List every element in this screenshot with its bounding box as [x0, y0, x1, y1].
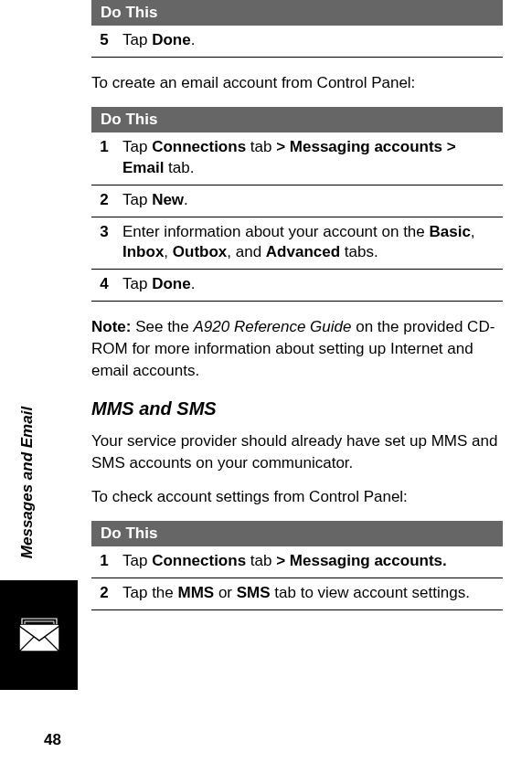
step-text: Enter information about your account on … — [117, 217, 503, 270]
section-icon-block — [0, 580, 78, 690]
step-text: Tap New. — [117, 185, 503, 217]
step-text: Tap Done. — [117, 270, 503, 302]
step-number: 5 — [91, 26, 117, 57]
paragraph: Your service provider should already hav… — [91, 430, 503, 474]
table-row: 1 Tap Connections tab > Messaging accoun… — [91, 546, 503, 578]
do-this-table-1: Do This 5 Tap Done. — [91, 0, 503, 58]
svg-rect-0 — [19, 624, 59, 652]
table-row: 2 Tap the MMS or SMS tab to view account… — [91, 578, 503, 610]
page-number: 48 — [44, 731, 61, 749]
section-heading: MMS and SMS — [91, 398, 503, 419]
step-text: Tap the MMS or SMS tab to view account s… — [117, 578, 503, 610]
step-text: Tap Connections tab > Messaging accounts… — [117, 132, 503, 185]
step-number: 1 — [91, 546, 117, 578]
table-row: 2 Tap New. — [91, 185, 503, 217]
paragraph: To check account settings from Control P… — [91, 486, 503, 508]
step-number: 3 — [91, 217, 117, 270]
step-number: 2 — [91, 185, 117, 217]
page-content: Do This 5 Tap Done. To create an email a… — [91, 0, 503, 625]
table2-header: Do This — [91, 107, 503, 132]
table-row: 4 Tap Done. — [91, 270, 503, 302]
step-number: 1 — [91, 132, 117, 185]
do-this-table-3: Do This 1 Tap Connections tab > Messagin… — [91, 521, 503, 610]
step-number: 2 — [91, 578, 117, 610]
step-text: Tap Done. — [117, 26, 503, 57]
table-row: 3 Enter information about your account o… — [91, 217, 503, 270]
envelope-icon — [16, 615, 62, 655]
table-row: 1 Tap Connections tab > Messaging accoun… — [91, 132, 503, 185]
table-row: 5 Tap Done. — [91, 26, 503, 57]
step-number: 4 — [91, 270, 117, 302]
table1-header: Do This — [91, 0, 503, 26]
side-tab-label: Messages and Email — [18, 373, 37, 592]
step-text: Tap Connections tab > Messaging accounts… — [117, 546, 503, 578]
note-label: Note: — [91, 318, 131, 335]
paragraph: To create an email account from Control … — [91, 72, 503, 94]
note-paragraph: Note: See the A920 Reference Guide on th… — [91, 316, 503, 381]
do-this-table-2: Do This 1 Tap Connections tab > Messagin… — [91, 107, 503, 302]
table3-header: Do This — [91, 521, 503, 546]
side-tab: Messages and Email — [0, 364, 27, 592]
